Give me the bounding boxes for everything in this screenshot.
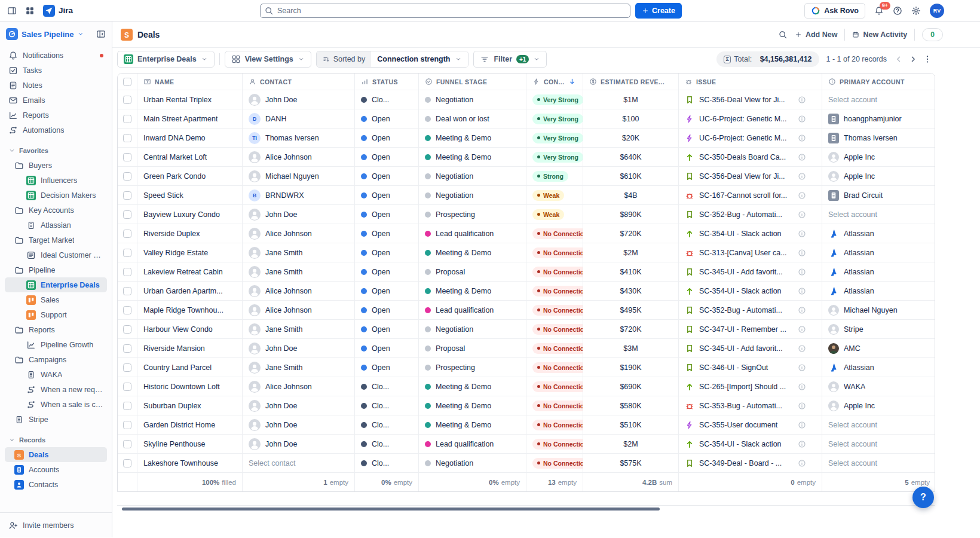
revenue-cell[interactable]: $100 xyxy=(583,109,679,129)
funnel-stage-cell[interactable]: Negotiation xyxy=(419,320,526,339)
sidebar-item-campaigns[interactable]: Campaigns xyxy=(5,352,107,367)
contact-cell[interactable]: Alice Johnson xyxy=(243,282,355,301)
issue-key-link[interactable]: SC-345-UI - Add favorit... xyxy=(699,344,791,353)
revenue-cell[interactable]: $720K xyxy=(583,224,679,243)
chevron-down-icon[interactable] xyxy=(77,30,84,38)
funnel-stage-cell[interactable]: Proposal xyxy=(419,339,526,358)
summary-cell[interactable]: 100%filled xyxy=(137,473,243,491)
status-cell[interactable]: Clo... xyxy=(355,377,419,396)
issue-key-link[interactable]: SC-350-Deals Board Ca... xyxy=(699,153,791,161)
activity-count-badge[interactable]: 0 xyxy=(922,28,943,41)
contact-cell[interactable]: John Doe xyxy=(243,90,355,109)
search-input[interactable] xyxy=(260,4,630,18)
issue-key-link[interactable]: SC-349-Deal - Board - ... xyxy=(699,459,791,467)
connection-cell[interactable]: No Connection xyxy=(526,454,583,473)
contact-cell[interactable]: John Doe xyxy=(243,435,355,454)
status-cell[interactable]: Open xyxy=(355,243,419,262)
column-header-status[interactable]: STATUS xyxy=(355,74,419,90)
connection-cell[interactable]: Very Strong xyxy=(526,129,583,148)
issue-cell[interactable]: SC-356-Deal View for Ji... xyxy=(679,90,822,109)
deal-name-link[interactable]: Country Land Parcel xyxy=(143,363,212,372)
status-cell[interactable]: Open xyxy=(355,205,419,224)
row-checkbox[interactable] xyxy=(123,115,131,123)
section-header-records[interactable]: Records xyxy=(5,433,107,447)
sidebar-item-contacts[interactable]: Contacts xyxy=(5,477,107,492)
deal-name-link[interactable]: Valley Ridge Estate xyxy=(143,249,208,257)
issue-key-link[interactable]: SC-167-Cannot scroll for... xyxy=(699,191,791,200)
sidebar-item-decision-makers[interactable]: Decision Makers xyxy=(5,188,107,203)
issue-key-link[interactable]: SC-352-Bug - Automati... xyxy=(699,210,791,219)
status-cell[interactable]: Open xyxy=(355,282,419,301)
sidebar-item-deals[interactable]: SDeals xyxy=(5,447,107,462)
issue-cell[interactable]: SC-352-Bug - Automati... xyxy=(679,205,822,224)
deal-name-link[interactable]: Bayview Luxury Condo xyxy=(143,210,220,219)
connection-cell[interactable]: No Connection xyxy=(526,282,583,301)
row-checkbox[interactable] xyxy=(123,210,131,219)
deal-name-link[interactable]: Urban Rental Triplex xyxy=(143,96,212,104)
primary-account-cell[interactable]: Brad Circuit xyxy=(822,186,935,205)
row-checkbox[interactable] xyxy=(123,402,131,410)
deal-name-cell[interactable]: Urban Garden Apartm... xyxy=(137,282,243,301)
issue-key-link[interactable]: SC-346-UI - SignOut xyxy=(699,363,791,372)
revenue-cell[interactable]: $510K xyxy=(583,415,679,435)
revenue-cell[interactable]: $20K xyxy=(583,129,679,148)
sidebar-item-accounts[interactable]: Accounts xyxy=(5,462,107,477)
summary-cell[interactable]: 0empty xyxy=(679,473,822,491)
status-cell[interactable]: Open xyxy=(355,339,419,358)
app-switcher-icon[interactable] xyxy=(25,6,35,16)
deal-name-link[interactable]: Riverside Duplex xyxy=(143,230,200,238)
sidebar-item-reports[interactable]: Reports xyxy=(5,108,107,123)
summary-cell[interactable]: 4.2Bsum xyxy=(583,473,679,491)
revenue-cell[interactable]: $495K xyxy=(583,301,679,320)
deal-name-cell[interactable]: Riverside Duplex xyxy=(137,224,243,243)
connection-cell[interactable]: Strong xyxy=(526,167,583,186)
connection-cell[interactable]: No Connection xyxy=(526,435,583,454)
column-header-contact[interactable]: CONTACT xyxy=(243,74,355,90)
add-new-button[interactable]: Add New xyxy=(795,30,837,39)
summary-cell[interactable]: 0%empty xyxy=(355,473,419,491)
sidebar-item-pipeline-growth[interactable]: Pipeline Growth xyxy=(5,337,107,352)
issue-cell[interactable]: SC-345-UI - Add favorit... xyxy=(679,339,822,358)
summary-cell[interactable]: 13empty xyxy=(526,473,583,491)
status-cell[interactable]: Open xyxy=(355,320,419,339)
deal-name-cell[interactable]: Country Land Parcel xyxy=(137,358,243,377)
status-cell[interactable]: Open xyxy=(355,186,419,205)
issue-key-link[interactable]: SC-352-Bug - Automati... xyxy=(699,306,791,314)
jira-logo[interactable]: Jira xyxy=(43,5,73,17)
issue-key-link[interactable]: UC-6-Project: Genetic M... xyxy=(699,134,791,142)
deal-name-link[interactable]: Lakeshore Townhouse xyxy=(143,459,218,467)
issue-cell[interactable]: SC-313-[Canva] User ca... xyxy=(679,243,822,262)
primary-account-cell[interactable]: Atlassian xyxy=(822,262,935,282)
status-cell[interactable]: Open xyxy=(355,167,419,186)
connection-cell[interactable]: No Connection xyxy=(526,339,583,358)
deal-name-link[interactable]: Urban Garden Apartm... xyxy=(143,287,223,295)
contact-cell[interactable]: Jane Smith xyxy=(243,243,355,262)
column-header-funnel-stage[interactable]: FUNNEL STAGE xyxy=(419,74,526,90)
row-checkbox[interactable] xyxy=(123,153,131,161)
contact-cell[interactable]: Jane Smith xyxy=(243,320,355,339)
deal-name-link[interactable]: Lakeview Retreat Cabin xyxy=(143,268,223,276)
revenue-cell[interactable]: $690K xyxy=(583,377,679,396)
contact-cell[interactable]: Michael Nguyen xyxy=(243,167,355,186)
contact-cell[interactable]: Select contact xyxy=(243,454,355,473)
new-activity-button[interactable]: New Activity xyxy=(852,30,907,39)
contact-cell[interactable]: Jane Smith xyxy=(243,262,355,282)
funnel-stage-cell[interactable]: Meeting & Demo xyxy=(419,396,526,415)
revenue-cell[interactable]: $720K xyxy=(583,320,679,339)
view-settings-button[interactable]: View Settings xyxy=(225,51,311,68)
connection-cell[interactable]: No Connection xyxy=(526,396,583,415)
deal-name-link[interactable]: Speed Stick xyxy=(143,191,183,200)
issue-key-link[interactable]: UC-6-Project: Genetic M... xyxy=(699,115,791,123)
issue-cell[interactable]: SC-356-Deal View for Ji... xyxy=(679,167,822,186)
row-checkbox[interactable] xyxy=(123,134,131,142)
sidebar-toggle-icon[interactable] xyxy=(7,6,17,16)
ask-rovo-button[interactable]: Ask Rovo xyxy=(804,3,865,19)
status-cell[interactable]: Open xyxy=(355,148,419,167)
deal-name-link[interactable]: Harbour View Condo xyxy=(143,325,213,334)
sidebar-item-pipeline[interactable]: Pipeline xyxy=(5,262,107,277)
revenue-cell[interactable]: $2M xyxy=(583,243,679,262)
status-cell[interactable]: Clo... xyxy=(355,90,419,109)
connection-cell[interactable]: No Connection xyxy=(526,262,583,282)
deal-name-link[interactable]: Historic Downtown Loft xyxy=(143,383,220,391)
row-checkbox[interactable] xyxy=(123,191,131,200)
